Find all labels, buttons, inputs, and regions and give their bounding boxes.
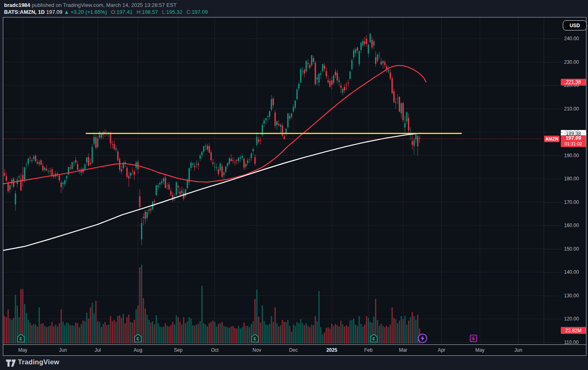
volume-bar — [388, 327, 389, 344]
price-scale[interactable]: USD 221.38 199.38 AMZN 197.09 01:31:02 2… — [544, 17, 586, 344]
candle — [295, 101, 296, 108]
volume-bar — [112, 321, 113, 344]
volume-bar — [328, 327, 329, 344]
volume-bar — [379, 326, 380, 344]
candle — [325, 71, 327, 76]
volume-bar — [28, 320, 29, 344]
candle — [333, 76, 334, 83]
price-tick-mark — [544, 156, 562, 156]
time-scale[interactable]: MayJunJulAugSepOctNovDec2025FebMarAprMay… — [3, 345, 586, 355]
month-label[interactable]: Apr — [438, 347, 445, 353]
price-tick-label: 240.00 — [564, 36, 579, 41]
candle — [216, 167, 217, 168]
month-label[interactable]: Sep — [174, 347, 182, 353]
volume-bar — [176, 315, 177, 344]
volume-bar — [104, 322, 106, 344]
month-label[interactable]: 2025 — [326, 347, 337, 353]
volume-bar — [337, 325, 338, 344]
month-label[interactable]: Nov — [252, 347, 261, 353]
volume-bar — [265, 325, 267, 344]
volume-bar — [386, 326, 387, 344]
currency-toggle-button[interactable]: USD — [563, 20, 587, 30]
month-label[interactable]: Jul — [95, 347, 101, 353]
volume-bar — [221, 322, 223, 344]
price-tick-mark — [544, 225, 562, 226]
ohlc-close-key: C: — [187, 9, 192, 15]
footer-bar: TradingView — [0, 356, 588, 370]
candle — [309, 65, 310, 68]
month-label[interactable]: Aug — [134, 347, 142, 353]
symbol-interval[interactable]: BATS:AMZN, 1D — [4, 9, 45, 15]
svg-text:E: E — [372, 336, 375, 341]
volume-bar — [273, 322, 274, 344]
candle — [340, 86, 341, 88]
volume-bar — [187, 321, 188, 344]
candle — [128, 176, 129, 179]
price-tick-label: 220.00 — [564, 82, 579, 88]
candle — [360, 43, 362, 50]
candle — [371, 40, 373, 48]
volume-bar — [335, 324, 336, 344]
volume-bar — [145, 309, 146, 344]
month-label[interactable]: Jun — [59, 347, 67, 353]
volume-bar — [183, 317, 184, 344]
volume-bar — [72, 325, 73, 344]
candle — [243, 159, 245, 168]
month-label[interactable]: Mar — [399, 347, 408, 353]
ohlc-open-value: 197.41 — [117, 9, 133, 15]
tradingview-logo-icon[interactable] — [6, 359, 16, 369]
price-chart-canvas[interactable]: EEEEE — [3, 17, 544, 344]
candle — [302, 71, 303, 71]
volume-bar — [404, 316, 406, 344]
month-label[interactable]: May — [475, 347, 485, 353]
month-label[interactable]: Oct — [211, 347, 219, 353]
volume-bar — [207, 327, 208, 344]
candle — [48, 171, 49, 172]
month-label[interactable]: May — [18, 347, 28, 353]
volume-bar — [381, 324, 382, 344]
price-tick-label: 140.00 — [564, 269, 579, 275]
candle — [62, 183, 63, 184]
svg-text:E: E — [472, 336, 475, 341]
volume-bar — [315, 316, 316, 344]
candle — [413, 140, 414, 146]
candle — [35, 156, 36, 161]
ma-slow-white[interactable] — [3, 133, 421, 251]
volume-bar — [81, 324, 82, 344]
candle — [351, 60, 352, 69]
candle — [163, 178, 164, 181]
month-label[interactable]: Feb — [364, 347, 373, 353]
volume-bar — [262, 305, 263, 344]
volume-bar — [185, 323, 186, 344]
candle — [179, 192, 180, 195]
candle — [375, 57, 376, 64]
volume-bar — [57, 327, 58, 344]
candle — [380, 62, 382, 65]
volume-bar — [271, 316, 272, 344]
svg-text:E: E — [20, 336, 22, 341]
candle — [148, 209, 150, 211]
volume-bar — [231, 327, 232, 344]
candle — [72, 162, 73, 169]
candle — [73, 162, 74, 162]
volume-bar — [59, 323, 60, 344]
candle — [97, 138, 98, 147]
month-label[interactable]: Jun — [514, 347, 522, 353]
lightning-icon[interactable] — [417, 334, 427, 343]
volume-bar — [191, 318, 192, 344]
candle — [50, 171, 51, 171]
month-label[interactable]: Dec — [289, 347, 297, 353]
candle — [236, 160, 237, 161]
volume-bar — [79, 327, 80, 344]
header-last-price: 197.09 — [46, 9, 63, 15]
volume-bar — [203, 323, 204, 344]
candle — [165, 177, 166, 188]
volume-bar — [302, 323, 303, 344]
volume-bar — [289, 326, 291, 344]
volume-bar — [154, 325, 155, 344]
tradingview-brand[interactable]: TradingView — [18, 358, 59, 366]
publisher-name: bradc1984 — [4, 2, 30, 8]
publish-info-text: published on TradingView.com, March 14, … — [30, 2, 176, 8]
candle — [59, 176, 60, 181]
volume-bar — [92, 303, 93, 344]
